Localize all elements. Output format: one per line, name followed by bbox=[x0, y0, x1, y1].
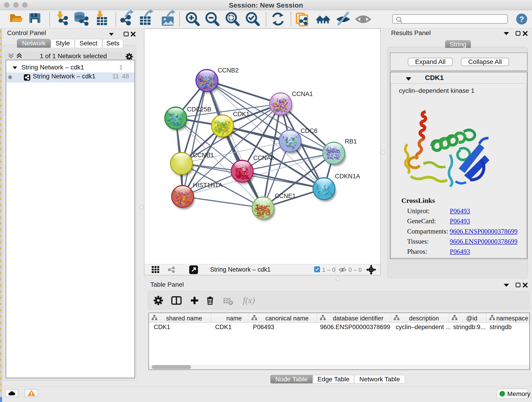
svg-text:CCNA2: CCNA2 bbox=[253, 154, 274, 161]
svg-text:CDC6: CDC6 bbox=[301, 128, 317, 134]
svg-text:f(x): f(x) bbox=[243, 295, 255, 305]
svg-text:CCNE1: CCNE1 bbox=[275, 192, 296, 199]
svg-text:CDKN1A: CDKN1A bbox=[335, 173, 360, 180]
svg-text:CDK1: CDK1 bbox=[233, 111, 249, 118]
svg-text:RB1: RB1 bbox=[345, 138, 357, 145]
svg-text:CDC25B: CDC25B bbox=[187, 106, 211, 113]
svg-text:CCNA1: CCNA1 bbox=[292, 90, 313, 97]
svg-text:HIST1H1A: HIST1H1A bbox=[193, 182, 222, 189]
svg-text:CCNB1: CCNB1 bbox=[193, 152, 214, 159]
svg-text:CCNB2: CCNB2 bbox=[218, 67, 239, 74]
